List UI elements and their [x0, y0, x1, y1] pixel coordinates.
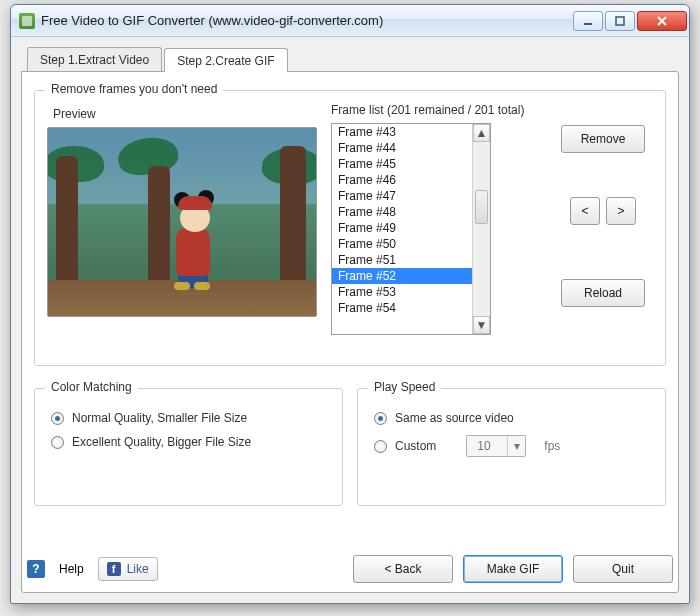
- fps-unit: fps: [544, 439, 560, 453]
- group-play-speed: Play Speed Same as source video Custom 1…: [357, 388, 666, 506]
- radio-same-as-source[interactable]: Same as source video: [374, 411, 649, 425]
- tab-panel-create-gif: Remove frames you don't need Preview: [21, 71, 679, 593]
- radio-label: Same as source video: [395, 411, 514, 425]
- group-remove-frames: Remove frames you don't need Preview: [34, 90, 666, 366]
- radio-icon: [374, 440, 387, 453]
- frame-list-item[interactable]: Frame #43: [332, 124, 472, 140]
- frame-list-item[interactable]: Frame #53: [332, 284, 472, 300]
- radio-icon: [51, 436, 64, 449]
- remove-button[interactable]: Remove: [561, 125, 645, 153]
- radio-label: Custom: [395, 439, 436, 453]
- group-color-matching: Color Matching Normal Quality, Smaller F…: [34, 388, 343, 506]
- tab-strip: Step 1.Extract Video Step 2.Create GIF: [21, 45, 679, 71]
- chevron-down-icon: ▾: [507, 436, 525, 456]
- reload-button[interactable]: Reload: [561, 279, 645, 307]
- frame-list-label: Frame list (201 remained / 201 total): [331, 103, 539, 117]
- radio-custom-fps[interactable]: Custom 10 ▾ fps: [374, 435, 649, 457]
- window-title: Free Video to GIF Converter (www.video-g…: [41, 13, 573, 28]
- frame-list-item[interactable]: Frame #47: [332, 188, 472, 204]
- frame-list-item[interactable]: Frame #44: [332, 140, 472, 156]
- fps-value: 10: [467, 439, 507, 453]
- svg-rect-1: [616, 17, 624, 25]
- app-icon: [19, 13, 35, 29]
- frame-list-item[interactable]: Frame #49: [332, 220, 472, 236]
- like-label: Like: [127, 562, 149, 576]
- window-controls: [573, 11, 687, 31]
- make-gif-button[interactable]: Make GIF: [463, 555, 563, 583]
- scroll-thumb[interactable]: [475, 190, 488, 224]
- frame-list-item[interactable]: Frame #54: [332, 300, 472, 316]
- titlebar: Free Video to GIF Converter (www.video-g…: [11, 5, 689, 37]
- radio-icon: [374, 412, 387, 425]
- frame-list[interactable]: Frame #43Frame #44Frame #45Frame #46Fram…: [331, 123, 491, 335]
- group-legend: Remove frames you don't need: [45, 82, 223, 96]
- facebook-like-button[interactable]: f Like: [98, 557, 158, 581]
- frame-list-item[interactable]: Frame #50: [332, 236, 472, 252]
- scroll-down-icon[interactable]: ▼: [473, 316, 490, 334]
- prev-frame-button[interactable]: <: [570, 197, 600, 225]
- radio-normal-quality[interactable]: Normal Quality, Smaller File Size: [51, 411, 326, 425]
- tab-create-gif[interactable]: Step 2.Create GIF: [164, 48, 287, 72]
- frame-list-wrap: Frame list (201 remained / 201 total) Fr…: [331, 103, 539, 351]
- fps-combobox[interactable]: 10 ▾: [466, 435, 526, 457]
- preview-label: Preview: [53, 107, 317, 121]
- help-label[interactable]: Help: [59, 562, 84, 576]
- client-area: Step 1.Extract Video Step 2.Create GIF R…: [21, 45, 679, 593]
- svg-rect-0: [584, 23, 592, 25]
- group-legend: Play Speed: [368, 380, 441, 394]
- minimize-button[interactable]: [573, 11, 603, 31]
- group-legend: Color Matching: [45, 380, 138, 394]
- radio-label: Normal Quality, Smaller File Size: [72, 411, 247, 425]
- frame-list-scrollbar[interactable]: ▲ ▼: [472, 124, 490, 334]
- close-button[interactable]: [637, 11, 687, 31]
- preview-image: [47, 127, 317, 317]
- help-icon[interactable]: ?: [27, 560, 45, 578]
- facebook-icon: f: [107, 562, 121, 576]
- frame-list-item[interactable]: Frame #45: [332, 156, 472, 172]
- quit-button[interactable]: Quit: [573, 555, 673, 583]
- frame-list-item[interactable]: Frame #51: [332, 252, 472, 268]
- preview-column: Preview: [47, 103, 317, 351]
- frame-list-item[interactable]: Frame #48: [332, 204, 472, 220]
- frame-list-buttons: Remove < > Reload: [553, 103, 653, 351]
- radio-excellent-quality[interactable]: Excellent Quality, Bigger File Size: [51, 435, 326, 449]
- back-button[interactable]: < Back: [353, 555, 453, 583]
- next-frame-button[interactable]: >: [606, 197, 636, 225]
- scroll-up-icon[interactable]: ▲: [473, 124, 490, 142]
- maximize-button[interactable]: [605, 11, 635, 31]
- frame-list-item[interactable]: Frame #52: [332, 268, 472, 284]
- footer-bar: ? Help f Like < Back Make GIF Quit: [21, 545, 679, 593]
- app-window: Free Video to GIF Converter (www.video-g…: [10, 4, 690, 604]
- frame-list-item[interactable]: Frame #46: [332, 172, 472, 188]
- radio-icon: [51, 412, 64, 425]
- radio-label: Excellent Quality, Bigger File Size: [72, 435, 251, 449]
- tab-extract-video[interactable]: Step 1.Extract Video: [27, 47, 162, 71]
